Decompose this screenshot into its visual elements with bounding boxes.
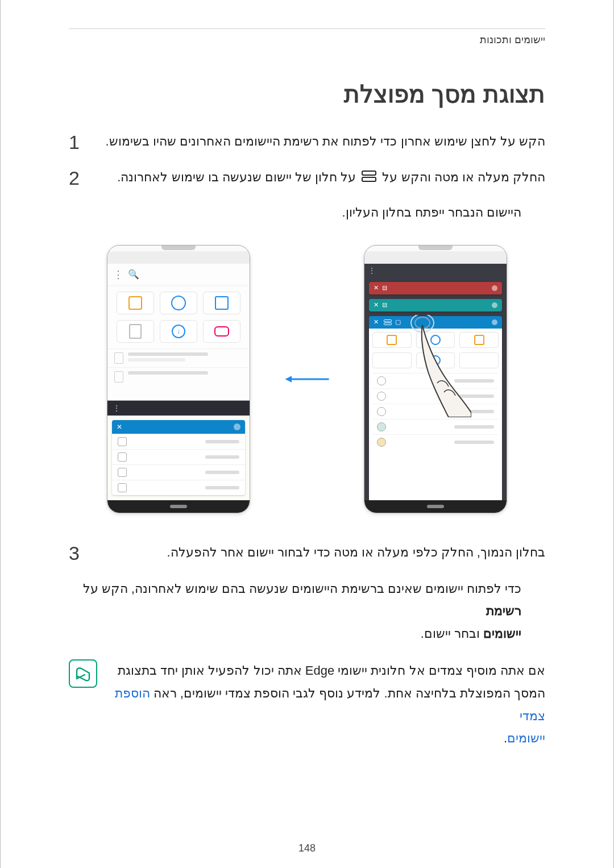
svg-rect-5 [384, 323, 392, 325]
nav-bar [364, 500, 507, 513]
file-icon [377, 407, 386, 416]
app-badge-icon [492, 285, 497, 291]
row-icon [118, 437, 127, 446]
apk-icon [214, 326, 229, 337]
recent-task-card: ✕ ⊟ [369, 299, 502, 312]
card-header: ✕ [112, 420, 245, 434]
file-icon [377, 376, 386, 385]
figure-row: ⋮ 🔍 ⋮ [69, 245, 545, 513]
row-icon [118, 468, 127, 477]
status-bar [107, 251, 250, 264]
step-2-text-after: על חלון של יישום שנעשה בו שימוש לאחרונה. [117, 170, 356, 184]
step-2: החלק מעלה או מטה והקש על על חלון של יישו… [69, 167, 545, 190]
images-icon [372, 332, 412, 348]
svg-rect-0 [362, 171, 376, 175]
audio-icon [171, 296, 186, 310]
file-icon [377, 392, 386, 401]
note-line2-pre: המסך המפוצלת בלחיצה אחת. למידע נוסף לגבי… [150, 686, 545, 700]
images-icon [128, 296, 142, 310]
close-icon: ✕ [117, 423, 122, 431]
row-icon [118, 452, 127, 462]
home-indicator [427, 505, 444, 508]
step-3: בחלון הנמוך, החלק כלפי מעלה או מטה כדי ל… [69, 542, 545, 565]
tip-paragraph: כדי לפתוח יישומים שאינם ברשימת היישומים … [69, 578, 521, 645]
recent-task-card: ✕ ▢ [369, 316, 502, 506]
video-icon [459, 332, 499, 348]
tip-bold-1: רשימת [486, 604, 521, 618]
note-icon [69, 659, 97, 688]
top-app-list [107, 348, 250, 386]
svg-rect-1 [362, 177, 376, 181]
phone-split-result: ⋮ 🔍 ⋮ [107, 245, 250, 513]
downloads-icon [172, 325, 185, 338]
step-2-number: 2 [69, 167, 85, 190]
step-3-text: בחלון הנמוך, החלק כלפי מעלה או מטה כדי ל… [93, 542, 545, 563]
app-badge-icon [492, 302, 497, 308]
row-icon [118, 483, 127, 492]
note-block: אם אתה מוסיף צמדים אל חלונית יישומי Edge… [69, 659, 545, 749]
note-text: אם אתה מוסיף צמדים אל חלונית יישומי Edge… [106, 659, 545, 749]
tip-line1-pre: כדי לפתוח יישומים שאינם ברשימת היישומים … [83, 582, 521, 596]
app-badge-icon [234, 423, 240, 430]
step-1-text: הקש על לחצן שימוש אחרון כדי לפתוח את רשי… [93, 131, 545, 152]
recent-app-card: ✕ [112, 420, 245, 495]
more-icon: ⋮ [113, 404, 120, 412]
apk-icon [459, 352, 499, 368]
phone-notch [161, 246, 196, 250]
recent-task-card: ✕ ⊟ [369, 282, 502, 294]
svg-rect-4 [384, 320, 392, 322]
split-view-icon [362, 167, 376, 188]
file-icon [114, 371, 123, 383]
more-icon: ⋮ [113, 268, 123, 281]
arrow-left-icon [284, 372, 330, 386]
tip-bold-2: יישומים [483, 626, 521, 641]
documents-icon [372, 352, 412, 368]
task-body [369, 329, 502, 506]
page-top-rule [69, 28, 545, 29]
bottom-app-pane: ✕ [107, 420, 250, 513]
search-icon: 🔍 [128, 269, 139, 280]
svg-marker-3 [285, 376, 292, 383]
phone-notch [418, 246, 453, 250]
step-1: הקש על לחצן שימוש אחרון כדי לפתוח את רשי… [69, 131, 545, 154]
note-line1: אם אתה מוסיף צמדים אל חלונית יישומי Edge… [118, 663, 545, 678]
top-app-grid [107, 286, 250, 348]
close-icon: ✕ ⊟ [374, 284, 387, 292]
documents-icon [129, 324, 142, 339]
nav-bar [107, 500, 250, 513]
more-icon: ⋮ [364, 264, 507, 277]
app-badge-icon [492, 319, 497, 325]
close-icon: ✕ ⊟ [374, 301, 387, 309]
note-link-cont[interactable]: יישומים [507, 731, 545, 745]
top-app-pane: ⋮ 🔍 [107, 264, 250, 401]
phone-recent-apps: ⋮ ✕ ⊟ ✕ ⊟ ✕ ▢ [364, 245, 507, 513]
page: יישומים ותכונות תצוגת מסך מפוצלת הקש על … [0, 0, 614, 868]
home-indicator [170, 505, 187, 508]
recent-apps-list: ⋮ ✕ ⊟ ✕ ⊟ ✕ ▢ [364, 264, 507, 500]
step-2-text-before: החלק מעלה או מטה והקש על [382, 170, 545, 184]
status-bar [364, 251, 507, 264]
top-app-toolbar: ⋮ 🔍 [107, 264, 250, 286]
step-1-number: 1 [69, 131, 85, 154]
tip-line2-post: ובחר יישום. [421, 626, 483, 641]
step-2-text: החלק מעלה או מטה והקש על על חלון של יישו… [93, 167, 545, 189]
step-3-number: 3 [69, 542, 85, 565]
page-title: תצוגת מסך מפוצלת [69, 80, 545, 108]
page-number: 148 [1, 842, 613, 854]
downloads-icon [416, 352, 455, 368]
step-2-sub: היישום הנבחר ייפתח בחלון העליון. [69, 202, 521, 222]
file-icon [114, 352, 123, 364]
breadcrumb: יישומים ותכונות [69, 34, 545, 46]
video-icon [215, 296, 229, 310]
cloud-icon [377, 422, 386, 431]
split-divider: ⋮ [107, 401, 250, 416]
audio-icon [416, 332, 455, 348]
task-header-controls: ✕ ▢ [374, 318, 401, 326]
drive-icon [377, 438, 386, 447]
